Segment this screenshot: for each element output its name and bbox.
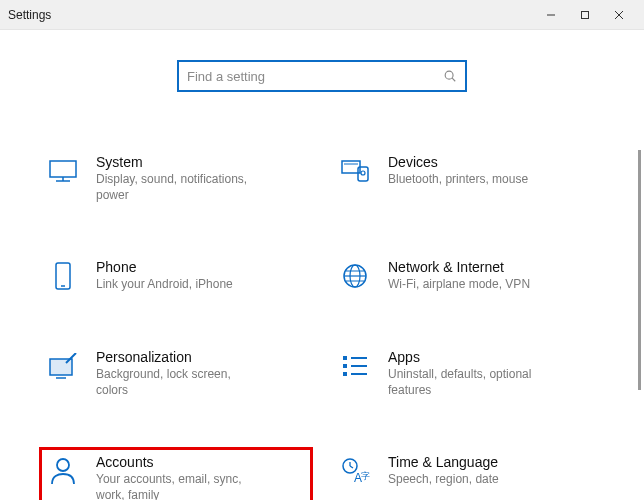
maximize-button[interactable] xyxy=(568,0,602,30)
title-bar: Settings xyxy=(0,0,644,30)
item-title: Time & Language xyxy=(388,454,499,470)
settings-grid: System Display, sound, notifications, po… xyxy=(40,148,604,500)
item-desc: Uninstall, defaults, optional features xyxy=(388,367,558,398)
settings-item-network[interactable]: Network & Internet Wi-Fi, airplane mode,… xyxy=(332,253,604,303)
settings-item-devices[interactable]: Devices Bluetooth, printers, mouse xyxy=(332,148,604,213)
settings-item-accounts[interactable]: Accounts Your accounts, email, sync, wor… xyxy=(40,448,312,500)
personalization-icon xyxy=(46,349,80,383)
svg-rect-26 xyxy=(343,372,347,376)
window-title: Settings xyxy=(8,8,51,22)
svg-line-33 xyxy=(350,466,353,468)
item-desc: Background, lock screen, colors xyxy=(96,367,266,398)
settings-item-time-language[interactable]: A字 Time & Language Speech, region, date xyxy=(332,448,604,500)
svg-point-30 xyxy=(57,459,69,471)
settings-item-apps[interactable]: Apps Uninstall, defaults, optional featu… xyxy=(332,343,604,408)
item-desc: Wi-Fi, airplane mode, VPN xyxy=(388,277,530,293)
minimize-button[interactable] xyxy=(534,0,568,30)
time-language-icon: A字 xyxy=(338,454,372,488)
phone-icon xyxy=(46,259,80,293)
settings-item-phone[interactable]: Phone Link your Android, iPhone xyxy=(40,253,312,303)
item-desc: Speech, region, date xyxy=(388,472,499,488)
apps-icon xyxy=(338,349,372,383)
svg-point-12 xyxy=(361,171,365,175)
item-title: Phone xyxy=(96,259,233,275)
search-box[interactable] xyxy=(177,60,467,92)
search-input[interactable] xyxy=(187,69,443,84)
window-controls xyxy=(534,0,636,30)
system-icon xyxy=(46,154,80,188)
item-title: System xyxy=(96,154,266,170)
item-title: Devices xyxy=(388,154,528,170)
scrollbar[interactable] xyxy=(637,150,642,410)
svg-text:字: 字 xyxy=(361,471,370,481)
person-icon xyxy=(46,454,80,488)
item-desc: Bluetooth, printers, mouse xyxy=(388,172,528,188)
content-area: System Display, sound, notifications, po… xyxy=(0,30,644,500)
svg-rect-25 xyxy=(343,364,347,368)
devices-icon xyxy=(338,154,372,188)
scrollbar-thumb[interactable] xyxy=(638,150,641,390)
svg-rect-6 xyxy=(50,161,76,177)
svg-rect-13 xyxy=(56,263,70,289)
item-desc: Your accounts, email, sync, work, family xyxy=(96,472,266,500)
item-desc: Display, sound, notifications, power xyxy=(96,172,266,203)
item-title: Accounts xyxy=(96,454,266,470)
globe-icon xyxy=(338,259,372,293)
svg-rect-1 xyxy=(582,11,589,18)
item-title: Network & Internet xyxy=(388,259,530,275)
svg-point-4 xyxy=(445,71,453,79)
settings-item-personalization[interactable]: Personalization Background, lock screen,… xyxy=(40,343,312,408)
item-title: Apps xyxy=(388,349,558,365)
svg-rect-24 xyxy=(343,356,347,360)
item-desc: Link your Android, iPhone xyxy=(96,277,233,293)
item-title: Personalization xyxy=(96,349,266,365)
settings-item-system[interactable]: System Display, sound, notifications, po… xyxy=(40,148,312,213)
search-icon xyxy=(443,69,457,83)
svg-line-5 xyxy=(452,78,455,81)
close-button[interactable] xyxy=(602,0,636,30)
